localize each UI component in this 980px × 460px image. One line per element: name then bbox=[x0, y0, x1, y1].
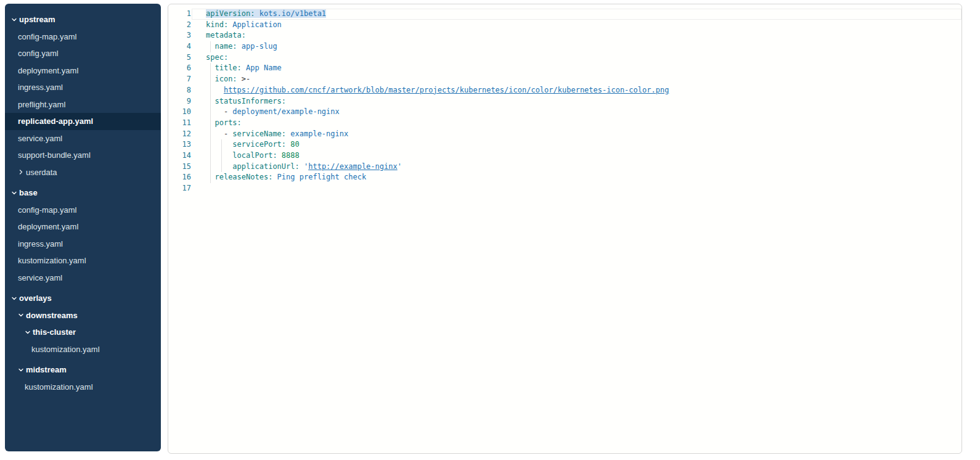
yaml-editor[interactable]: 1apiVersion: kots.io/v1beta12kind: Appli… bbox=[168, 4, 962, 454]
code-line[interactable]: 13 servicePort: 80 bbox=[168, 139, 962, 150]
code-line[interactable]: 12 - serviceName: example-nginx bbox=[168, 129, 962, 140]
tree-folder-base[interactable]: base bbox=[5, 184, 161, 202]
code-token bbox=[206, 118, 214, 127]
code-token: 80 bbox=[290, 140, 299, 149]
tree-folder-userdata[interactable]: userdata bbox=[5, 164, 161, 181]
code-line[interactable]: 2kind: Application bbox=[168, 20, 962, 31]
tree-item-label: midstream bbox=[26, 365, 67, 374]
code-line[interactable]: 6 title: App Name bbox=[168, 63, 962, 74]
code-line[interactable]: 5spec: bbox=[168, 52, 962, 64]
tree-file-deployment.yaml[interactable]: deployment.yaml bbox=[5, 62, 161, 80]
line-number: 2 bbox=[168, 20, 191, 31]
chevron-down-icon bbox=[11, 17, 19, 23]
code-link[interactable]: http://example-nginx bbox=[308, 162, 398, 171]
text-selection: apiVersion: kots.io/v1beta1 bbox=[206, 9, 326, 18]
code-tokens: kind: Application bbox=[206, 20, 282, 29]
tree-file-preflight.yaml[interactable]: preflight.yaml bbox=[5, 96, 161, 113]
code-line[interactable]: 8 https://github.com/cncf/artwork/blob/m… bbox=[168, 85, 962, 96]
code-line[interactable]: 16 releaseNotes: Ping preflight check bbox=[168, 172, 962, 183]
line-number: 10 bbox=[168, 107, 191, 118]
tree-item-label: support-bundle.yaml bbox=[18, 150, 91, 160]
code-token: title: bbox=[214, 64, 241, 72]
code-line[interactable]: 11 ports: bbox=[168, 118, 962, 129]
chevron-down-icon bbox=[18, 312, 26, 318]
line-number: 1 bbox=[168, 9, 191, 20]
tree-file-kustomization.yaml[interactable]: kustomization.yaml bbox=[5, 252, 161, 269]
tree-file-service.yaml[interactable]: service.yaml bbox=[5, 269, 161, 287]
code-text: apiVersion: kots.io/v1beta1 bbox=[206, 9, 326, 20]
code-token: kots.io/v1beta1 bbox=[259, 9, 326, 18]
tree-item-label: deployment.yaml bbox=[18, 222, 78, 231]
code-tokens: spec: bbox=[206, 53, 228, 62]
chevron-down-icon bbox=[11, 190, 19, 196]
chevron-down-icon bbox=[11, 295, 19, 302]
line-number: 5 bbox=[168, 52, 191, 64]
tree-item-label: deployment.yaml bbox=[18, 66, 78, 75]
code-line[interactable]: 14 localPort: 8888 bbox=[168, 150, 962, 162]
tree-file-service.yaml[interactable]: service.yaml bbox=[5, 130, 161, 147]
code-line[interactable]: 4 name: app-slug bbox=[168, 41, 962, 52]
code-text: https://github.com/cncf/artwork/blob/mas… bbox=[206, 85, 669, 96]
code-token: releaseNotes: bbox=[214, 173, 272, 181]
tree-folder-overlays[interactable]: overlays bbox=[5, 290, 161, 307]
code-text: name: app-slug bbox=[206, 41, 277, 52]
tree-item-label: replicated-app.yaml bbox=[18, 117, 93, 126]
code-token: apiVersion: bbox=[206, 9, 255, 18]
code-token bbox=[237, 42, 242, 51]
code-token: name: bbox=[214, 42, 237, 51]
tree-file-ingress.yaml[interactable]: ingress.yaml bbox=[5, 236, 161, 253]
code-token: - bbox=[206, 107, 232, 116]
line-number: 11 bbox=[168, 118, 191, 129]
line-number: 16 bbox=[168, 172, 191, 183]
code-token bbox=[206, 64, 214, 72]
tree-item-label: this-cluster bbox=[33, 327, 76, 337]
line-number: 7 bbox=[168, 74, 191, 85]
code-token: ' bbox=[398, 162, 402, 171]
code-tokens: ports: bbox=[206, 118, 242, 127]
tree-file-ingress.yaml[interactable]: ingress.yaml bbox=[5, 79, 161, 96]
tree-file-deployment.yaml[interactable]: deployment.yaml bbox=[5, 218, 161, 236]
tree-folder-this-cluster[interactable]: this-cluster bbox=[5, 324, 161, 341]
code-line[interactable]: 17 bbox=[168, 183, 962, 194]
tree-file-config-map.yaml[interactable]: config-map.yaml bbox=[5, 28, 161, 46]
code-line[interactable]: 7 icon: >- bbox=[168, 74, 962, 85]
code-line[interactable]: 10 - deployment/example-nginx bbox=[168, 107, 962, 118]
code-tokens: statusInformers: bbox=[206, 97, 286, 105]
code-line[interactable]: 3metadata: bbox=[168, 30, 962, 41]
code-token bbox=[255, 9, 259, 18]
code-token: spec: bbox=[206, 53, 228, 62]
code-token: ports: bbox=[214, 118, 241, 127]
line-number: 13 bbox=[168, 139, 191, 150]
tree-file-kustomization.yaml[interactable]: kustomization.yaml bbox=[5, 379, 161, 396]
tree-file-support-bundle.yaml[interactable]: support-bundle.yaml bbox=[5, 147, 161, 164]
tree-file-config-map.yaml[interactable]: config-map.yaml bbox=[5, 202, 161, 219]
code-text: ports: bbox=[206, 118, 242, 129]
code-line[interactable]: 15 applicationUrl: 'http://example-nginx… bbox=[168, 162, 962, 173]
tree-item-label: config-map.yaml bbox=[18, 205, 76, 215]
line-number: 12 bbox=[168, 129, 191, 140]
code-tokens: releaseNotes: Ping preflight check bbox=[206, 173, 366, 181]
tree-file-kustomization.yaml[interactable]: kustomization.yaml bbox=[5, 341, 161, 358]
code-token bbox=[206, 162, 232, 171]
tree-folder-midstream[interactable]: midstream bbox=[5, 361, 161, 379]
code-tokens: https://github.com/cncf/artwork/blob/mas… bbox=[206, 86, 669, 94]
code-line[interactable]: 1apiVersion: kots.io/v1beta1 bbox=[168, 9, 962, 20]
code-token: Application bbox=[232, 20, 281, 29]
tree-file-replicated-app.yaml[interactable]: replicated-app.yaml bbox=[5, 113, 161, 130]
code-tokens: icon: >- bbox=[206, 75, 250, 83]
line-number: 15 bbox=[168, 162, 191, 173]
tree-folder-upstream[interactable]: upstream bbox=[5, 11, 161, 28]
code-tokens: name: app-slug bbox=[206, 42, 277, 51]
tree-file-config.yaml[interactable]: config.yaml bbox=[5, 45, 161, 62]
line-number: 3 bbox=[168, 30, 191, 41]
tree-item-label: service.yaml bbox=[18, 273, 62, 282]
code-token: metadata: bbox=[206, 31, 246, 39]
code-token: localPort: bbox=[232, 151, 277, 160]
code-token: App Name bbox=[246, 64, 282, 72]
code-link[interactable]: https://github.com/cncf/artwork/blob/mas… bbox=[224, 86, 669, 94]
tree-item-label: kustomization.yaml bbox=[18, 256, 86, 265]
tree-folder-downstreams[interactable]: downstreams bbox=[5, 307, 161, 324]
chevron-right-icon bbox=[18, 169, 26, 175]
code-token: deployment/example-nginx bbox=[232, 107, 339, 116]
code-line[interactable]: 9 statusInformers: bbox=[168, 96, 962, 107]
